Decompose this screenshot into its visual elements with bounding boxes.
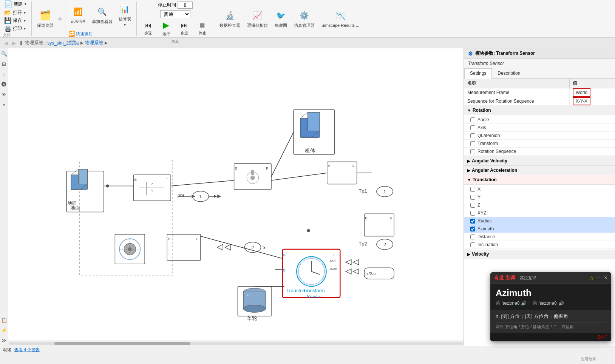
angular-velocity-section-header[interactable]: ▶ Angular Velocity	[464, 156, 615, 166]
angular-accel-section-header[interactable]: ▶ Angular Acceleration	[464, 166, 615, 175]
nav-home-button[interactable]: ⬆	[19, 40, 23, 46]
rotation-sequence-val[interactable]: X-Y-X	[573, 97, 590, 105]
quaternion-checkbox[interactable]	[470, 133, 475, 138]
translation-section-header[interactable]: ▼ Translation	[464, 175, 615, 185]
rotation-section-header[interactable]: ▼ Rotation	[464, 106, 615, 115]
record-signal-button[interactable]: 📶 记录信号	[68, 2, 88, 28]
xyz-checkbox[interactable]	[470, 211, 475, 216]
sim-manager-button[interactable]: ⚙️ 仿真管理器	[292, 8, 317, 30]
step-back-icon: ⏮	[145, 22, 151, 29]
youdao-popup: 有道 划词 英汉互译 ☆ ⋯ × Azimuth 英 ˈæzɪməθ 🔊 美	[490, 272, 611, 341]
phonetic-us[interactable]: 美 ˈæzɪməθ 🔊	[533, 300, 564, 306]
left-sidebar: 🔍 ⊞ ↕ 🅐 👁 ▪ 📋 ⚡ ≫	[0, 48, 8, 346]
signal-table-button[interactable]: 📊 信号表 ▼	[116, 2, 133, 28]
step-forward-icon: ⏭	[181, 22, 188, 29]
youdao-footer: S 中C	[490, 333, 611, 341]
main-area: 🔍 ⊞ ↕ 🅐 👁 ▪ 📋 ⚡ ≫ F1 R 地面 地面 B F	[0, 48, 615, 346]
youdao-word: Azimuth	[496, 288, 606, 298]
youdao-star-icon[interactable]: ☆	[589, 275, 594, 281]
tab-settings[interactable]: Settings	[464, 68, 492, 79]
logic-analyzer-button[interactable]: 📈 逻辑分析仪	[245, 8, 270, 30]
save-button[interactable]: 💾 保存 ▼	[3, 17, 28, 25]
velocity-arrow: ▶	[467, 252, 470, 256]
add-viewer-button[interactable]: 🔍 添加查看器	[90, 2, 115, 28]
youdao-title: 划词	[505, 275, 515, 281]
new-button[interactable]: 📄 新建 ▼	[3, 0, 28, 9]
sim-time-row: 停止时间	[158, 2, 193, 9]
tab-description[interactable]: Description	[492, 68, 526, 78]
angle-checkbox[interactable]	[470, 117, 475, 122]
bottom-icon-1[interactable]: 📋	[0, 316, 8, 324]
y-checkbox[interactable]	[470, 195, 475, 200]
block-icon[interactable]: ▪	[2, 101, 6, 109]
library-browser-button[interactable]: 🗂️ 库浏览器	[35, 8, 56, 30]
stop-icon: ⏹	[199, 22, 206, 29]
hide-icon[interactable]: 👁	[0, 91, 8, 99]
svg-rect-26	[251, 170, 254, 175]
svg-text:2: 2	[383, 242, 386, 247]
sim-group-label: 仿真	[172, 39, 179, 44]
axis-checkbox[interactable]	[470, 125, 475, 130]
nav-breadcrumb-1[interactable]: sys_sim_2020a	[47, 40, 79, 46]
simscape-results-button[interactable]: 📉 Simscape Results ...	[319, 8, 362, 29]
status-warning-link[interactable]: 查看 4 个警告	[14, 347, 40, 353]
select-icon[interactable]: ↕	[2, 70, 6, 78]
stop-button[interactable]: ⏹ 停止	[194, 21, 211, 37]
phonetic-us-speaker-icon[interactable]: 🔊	[558, 301, 564, 306]
svg-point-89	[106, 185, 109, 188]
translation-section-content: X Y Z XYZ Radius	[464, 185, 615, 250]
print-button[interactable]: 🖨️ 打印 ▼	[3, 25, 28, 32]
radius-checkbox[interactable]	[470, 219, 475, 224]
toolbar: 📄 新建 ▼ 📂 打开 ▼ 💾 保存 ▼ 🖨️ 打印 ▼ 文件 🗂️ 库浏览器 …	[0, 0, 615, 38]
sim-mode-select[interactable]: 普通	[160, 10, 190, 18]
youdao-lang[interactable]: 英汉互译	[520, 275, 536, 281]
rotation-seq-checkbox[interactable]	[470, 149, 475, 154]
youdao-close-button[interactable]: ×	[604, 275, 607, 281]
data-inspector-button[interactable]: 🔬 数据检查器	[217, 8, 243, 30]
distance-checkbox[interactable]	[470, 234, 475, 239]
youdao-definition: n. [测] 方位；[天] 方位角；偏振角 网络 方位角 / 方位 / 音场角度…	[490, 310, 611, 333]
svg-text:phi: phi	[178, 193, 184, 198]
svg-text:B: B	[235, 166, 238, 170]
sim-group: 停止时间 普通 ⏮ 步退 ▶ 运行 ⏭ 步进 ⏹ 停止	[137, 2, 214, 36]
svg-text:F: F	[266, 166, 268, 170]
horizontal-scrollbar[interactable]	[8, 341, 464, 346]
add-viewer-icon: 🔍	[96, 6, 108, 18]
nav-breadcrumb-2[interactable]: 物理系统	[85, 40, 103, 46]
svg-text:B: B	[134, 177, 137, 182]
bottom-icon-3[interactable]: ≫	[0, 336, 8, 344]
svg-text:B: B	[168, 237, 170, 241]
zoom-icon[interactable]: 🔍	[0, 50, 8, 58]
quick-restart-button[interactable]: 🔁 快速重启	[68, 31, 93, 37]
annotation-icon[interactable]: 🅐	[0, 80, 8, 88]
bird-view-button[interactable]: 🐦 鸟瞰图	[272, 8, 289, 30]
svg-marker-6	[79, 169, 88, 184]
svg-text:Sensor: Sensor	[307, 294, 322, 299]
nav-forward-button[interactable]: ▶	[11, 40, 17, 46]
z-checkbox[interactable]	[470, 203, 475, 208]
phonetic-en-speaker-icon[interactable]: 🔊	[521, 301, 527, 306]
step-back-button[interactable]: ⏮ 步退	[140, 21, 156, 37]
inclination-checkbox[interactable]	[470, 242, 475, 247]
rotation-sequence-label: Sequence for Rotation Sequence	[464, 97, 570, 105]
youdao-web: 网络 方位角 / 方位 / 音场角度 / 二、方位角	[496, 324, 606, 330]
distance-check-row: Distance	[464, 233, 615, 241]
svg-text:1: 1	[383, 189, 386, 194]
parameter-panel: ⚙ 模块参数: Transform Sensor Transform Senso…	[464, 48, 615, 346]
status-bar: 就绪 查看 4 个警告	[0, 346, 615, 353]
open-button[interactable]: 📂 打开 ▼	[3, 9, 28, 17]
nav-back-button[interactable]: ◀	[3, 40, 9, 46]
azimuth-checkbox[interactable]	[470, 227, 475, 231]
phonetic-en[interactable]: 英 ˈæzɪməθ 🔊	[496, 300, 527, 306]
youdao-more-icon[interactable]: ⋯	[596, 275, 602, 281]
measurement-frame-val[interactable]: World	[573, 88, 590, 97]
step-forward-button[interactable]: ⏭ 步进	[176, 21, 193, 37]
velocity-section-header[interactable]: ▶ Velocity	[464, 250, 615, 259]
stop-time-label: 停止时间	[158, 2, 176, 8]
stop-time-input[interactable]	[178, 2, 193, 9]
bottom-icon-2[interactable]: ⚡	[0, 326, 8, 334]
transform-checkbox[interactable]	[470, 141, 475, 146]
run-button[interactable]: ▶ 运行	[158, 20, 175, 37]
x-checkbox[interactable]	[470, 187, 475, 192]
fit-icon[interactable]: ⊞	[1, 60, 7, 68]
